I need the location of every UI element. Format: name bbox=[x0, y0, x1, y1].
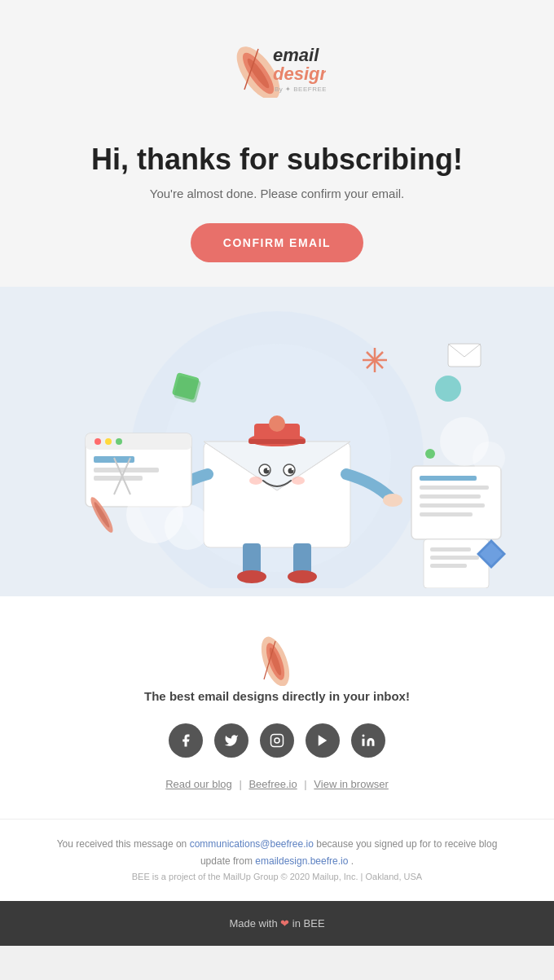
svg-rect-44 bbox=[420, 494, 481, 499]
disclaimer-text: You received this message on communicati… bbox=[49, 836, 505, 869]
svg-rect-43 bbox=[420, 486, 489, 490]
twitter-icon[interactable] bbox=[214, 723, 248, 758]
svg-text:By ✦ BEEFREE.IO: By ✦ BEEFREE.IO bbox=[275, 86, 326, 93]
illustration-area bbox=[0, 287, 554, 596]
svg-rect-49 bbox=[430, 556, 479, 560]
hero-title: Hi, thanks for subscribing! bbox=[49, 142, 505, 177]
svg-point-21 bbox=[267, 468, 269, 470]
svg-point-34 bbox=[105, 438, 112, 445]
footer-links-row: Read our blog | Beefree.io | View in bro… bbox=[16, 778, 538, 790]
linkedin-icon[interactable] bbox=[351, 723, 385, 758]
svg-point-23 bbox=[249, 477, 262, 485]
youtube-icon[interactable] bbox=[306, 723, 340, 758]
svg-point-73 bbox=[275, 738, 279, 743]
separator-2: | bbox=[304, 778, 310, 790]
email-link[interactable]: communications@beefree.io bbox=[190, 838, 314, 850]
svg-point-67 bbox=[473, 442, 505, 474]
domain-link[interactable]: emaildesign.beefre.io bbox=[255, 855, 348, 867]
hero-section: Hi, thanks for subscribing! You're almos… bbox=[0, 117, 554, 287]
view-in-browser-link[interactable]: View in browser bbox=[314, 778, 389, 790]
social-icons-row bbox=[16, 723, 538, 758]
made-with-text: Made with bbox=[229, 917, 280, 929]
svg-rect-72 bbox=[271, 735, 284, 747]
facebook-icon[interactable] bbox=[169, 723, 203, 758]
company-info: BEE is a project of the MailUp Group © 2… bbox=[49, 869, 505, 885]
svg-point-24 bbox=[292, 477, 305, 485]
logo: email design By ✦ BEEFREE.IO bbox=[228, 24, 326, 101]
svg-point-22 bbox=[292, 468, 293, 470]
separator-1: | bbox=[239, 778, 244, 790]
svg-rect-76 bbox=[363, 739, 365, 746]
hero-illustration bbox=[33, 295, 521, 588]
confirm-email-button[interactable]: CONFIRM EMAIL bbox=[191, 223, 363, 262]
disclaimer-section: You received this message on communicati… bbox=[0, 819, 554, 900]
footer-logo bbox=[16, 629, 538, 689]
svg-rect-45 bbox=[420, 503, 485, 508]
svg-point-77 bbox=[363, 735, 365, 737]
svg-rect-32 bbox=[86, 433, 191, 450]
beefree-link[interactable]: Beefree.io bbox=[248, 778, 297, 790]
header: email design By ✦ BEEFREE.IO bbox=[0, 0, 554, 117]
footer-tagline: The best email designs directly in your … bbox=[16, 689, 538, 703]
logo-image: email design By ✦ BEEFREE.IO bbox=[228, 24, 326, 98]
svg-point-26 bbox=[383, 494, 402, 507]
footer-feather-icon bbox=[253, 629, 301, 686]
svg-point-33 bbox=[95, 438, 101, 445]
svg-point-63 bbox=[425, 449, 435, 459]
svg-rect-38 bbox=[94, 476, 143, 481]
footer-section: The best email designs directly in your … bbox=[0, 596, 554, 819]
in-bee-text: in BEE bbox=[289, 917, 324, 929]
bottom-bar: Made with ❤ in BEE bbox=[0, 901, 554, 946]
svg-text:email: email bbox=[273, 45, 319, 65]
svg-rect-50 bbox=[430, 564, 467, 568]
svg-point-65 bbox=[165, 504, 210, 550]
svg-point-55 bbox=[435, 376, 461, 402]
svg-point-29 bbox=[237, 570, 266, 583]
svg-marker-75 bbox=[319, 735, 328, 746]
read-our-blog-link[interactable]: Read our blog bbox=[165, 778, 232, 790]
svg-point-15 bbox=[269, 415, 285, 432]
svg-rect-48 bbox=[430, 547, 471, 552]
svg-rect-42 bbox=[420, 476, 477, 481]
svg-point-35 bbox=[116, 438, 122, 445]
svg-point-30 bbox=[288, 570, 317, 583]
svg-rect-46 bbox=[420, 512, 473, 516]
hero-subtitle: You're almost done. Please confirm your … bbox=[49, 187, 505, 200]
svg-rect-16 bbox=[248, 439, 306, 444]
svg-text:design: design bbox=[273, 64, 326, 84]
instagram-icon[interactable] bbox=[260, 723, 294, 758]
heart-icon: ❤ bbox=[280, 917, 289, 929]
